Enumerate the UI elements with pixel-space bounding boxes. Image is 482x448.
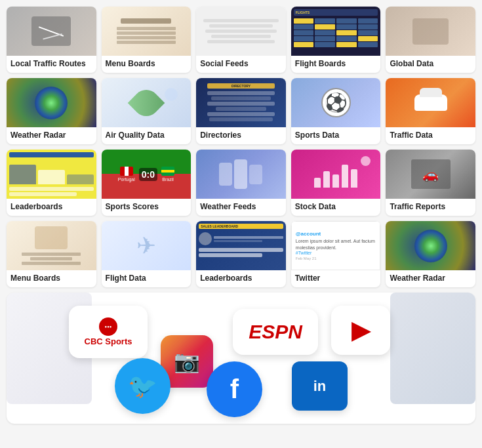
thumb-weather-radar-1 bbox=[7, 78, 96, 127]
thumb-directories: DIRECTORY bbox=[196, 78, 286, 127]
linkedin-logo[interactable]: in bbox=[292, 361, 348, 411]
card-label: Traffic Data bbox=[386, 127, 475, 144]
card-leaderboards-2[interactable]: SALES LEADERBOARD Leaderboards bbox=[196, 221, 286, 287]
social-logos-section: ●●● CBC Sports 📷 ESPN ▶ 🐦 f in bbox=[7, 293, 475, 424]
thumb-traffic-data bbox=[386, 78, 475, 127]
instagram-icon: 📷 bbox=[174, 349, 200, 374]
card-weather-feeds[interactable]: Weather Feeds bbox=[196, 150, 286, 216]
thumb-social-feeds bbox=[196, 7, 286, 56]
card-label: Leaderboards bbox=[196, 270, 286, 287]
card-grid-row-4: Menu Boards ✈ Flight Data SALES LEADERBO… bbox=[7, 221, 475, 287]
thumb-menu-boards-2 bbox=[7, 221, 96, 270]
card-twitter[interactable]: @account Lorem ipsum dolor sit amet. Aut… bbox=[291, 221, 381, 287]
thumb-sports-scores: Portugal 0:0 Brazil bbox=[102, 150, 191, 199]
card-label: Local Traffic Routes bbox=[7, 56, 96, 73]
social-logos-container: ●●● CBC Sports 📷 ESPN ▶ 🐦 f in bbox=[16, 302, 466, 414]
thumb-leaderboards-1 bbox=[7, 150, 96, 199]
twitter-link: #Twitter bbox=[296, 251, 376, 255]
card-stock-data[interactable]: Stock Data bbox=[291, 150, 381, 216]
thumb-weather-radar-2 bbox=[386, 221, 475, 270]
card-label: Menu Boards bbox=[7, 270, 96, 287]
card-label: Flight Boards bbox=[291, 56, 381, 73]
twitter-logo[interactable]: 🐦 bbox=[115, 358, 171, 414]
card-air-quality[interactable]: Air Quality Data bbox=[102, 78, 191, 144]
card-label: Global Data bbox=[386, 56, 475, 73]
cbc-sports-label: CBC Sports bbox=[85, 337, 132, 346]
bar-chart-icon bbox=[314, 161, 357, 188]
card-sports-data[interactable]: ⚽ Sports Data bbox=[291, 78, 381, 144]
thumb-twitter: @account Lorem ipsum dolor sit amet. Aut… bbox=[291, 221, 381, 270]
card-label: Leaderboards bbox=[7, 199, 96, 216]
facebook-icon: f bbox=[230, 375, 239, 404]
card-label: Sports Data bbox=[291, 127, 381, 144]
card-traffic-reports[interactable]: 🚗 Traffic Reports bbox=[386, 150, 475, 216]
thumb-stock-data bbox=[291, 150, 381, 199]
card-label: Stock Data bbox=[291, 199, 381, 216]
card-traffic-data[interactable]: Traffic Data bbox=[386, 78, 475, 144]
card-grid-row-3: Leaderboards Portugal 0:0 Brazil Sports … bbox=[7, 150, 475, 216]
plane-icon: ✈ bbox=[136, 232, 156, 260]
thumb-local-traffic-routes bbox=[7, 7, 96, 56]
card-label: Traffic Reports bbox=[386, 199, 475, 216]
cbc-circle-icon: ●●● bbox=[99, 317, 117, 336]
card-social-feeds[interactable]: Social Feeds bbox=[196, 7, 286, 73]
card-label: Weather Feeds bbox=[196, 199, 286, 216]
card-label: Flight Data bbox=[102, 270, 191, 287]
youtube-logo[interactable]: ▶ bbox=[331, 306, 390, 355]
twitter-icon: 🐦 bbox=[128, 373, 157, 400]
cbc-sports-logo[interactable]: ●●● CBC Sports bbox=[69, 306, 148, 358]
thumb-sports-data: ⚽ bbox=[291, 78, 381, 127]
thumb-flight-boards: FLIGHTS bbox=[291, 7, 381, 56]
card-grid-row-2: Weather Radar Air Quality Data DIRECTORY… bbox=[7, 78, 475, 144]
thumb-leaderboards-2: SALES LEADERBOARD bbox=[196, 221, 286, 270]
thumb-weather-feeds bbox=[196, 150, 286, 199]
card-label: Menu Boards bbox=[102, 56, 191, 73]
thumb-flight-data: ✈ bbox=[102, 221, 191, 270]
thumb-menu-boards-1 bbox=[102, 7, 191, 56]
card-label: Weather Radar bbox=[7, 127, 96, 144]
youtube-icon: ▶ bbox=[351, 317, 370, 344]
card-label: Directories bbox=[196, 127, 286, 144]
thumb-air-quality bbox=[102, 78, 191, 127]
card-local-traffic-routes[interactable]: Local Traffic Routes bbox=[7, 7, 96, 73]
card-directories[interactable]: DIRECTORY Directories bbox=[196, 78, 286, 144]
espn-logo[interactable]: ESPN bbox=[233, 309, 318, 355]
card-label: Air Quality Data bbox=[102, 127, 191, 144]
twitter-handle: @account bbox=[296, 231, 376, 237]
card-flight-data[interactable]: ✈ Flight Data bbox=[102, 221, 191, 287]
card-flight-boards[interactable]: FLIGHTS Flight Boards bbox=[291, 7, 381, 73]
card-grid-row-1: Local Traffic Routes Menu Boards Social bbox=[7, 7, 475, 73]
espn-label: ESPN bbox=[249, 321, 302, 343]
card-menu-boards-1[interactable]: Menu Boards bbox=[102, 7, 191, 73]
card-label: Social Feeds bbox=[196, 56, 286, 73]
card-sports-scores[interactable]: Portugal 0:0 Brazil Sports Scores bbox=[102, 150, 191, 216]
card-label: Twitter bbox=[291, 270, 381, 287]
card-global-data[interactable]: Global Data bbox=[386, 7, 475, 73]
card-label: Sports Scores bbox=[102, 199, 191, 216]
twitter-text: Lorem ipsum dolor sit amet. Aut facium m… bbox=[296, 238, 376, 250]
linkedin-label: in bbox=[313, 378, 327, 395]
soccer-ball-icon: ⚽ bbox=[321, 88, 351, 117]
twitter-time: Feb May 21 bbox=[296, 256, 376, 260]
card-weather-radar-1[interactable]: Weather Radar bbox=[7, 78, 96, 144]
card-menu-boards-2[interactable]: Menu Boards bbox=[7, 221, 96, 287]
thumb-traffic-reports: 🚗 bbox=[386, 150, 475, 199]
thumb-global-data bbox=[386, 7, 475, 56]
card-label: Weather Radar bbox=[386, 270, 475, 287]
facebook-logo[interactable]: f bbox=[207, 361, 262, 417]
card-leaderboards-1[interactable]: Leaderboards bbox=[7, 150, 96, 216]
card-weather-radar-2[interactable]: Weather Radar bbox=[386, 221, 475, 287]
